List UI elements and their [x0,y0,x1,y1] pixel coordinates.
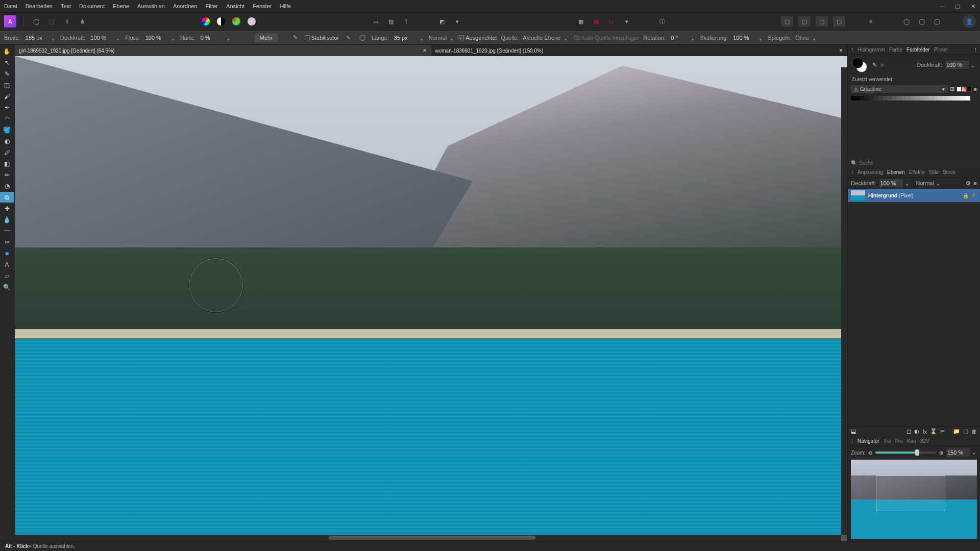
vertical-scrollbar[interactable] [841,67,847,535]
menu-file[interactable]: Datei [4,3,17,9]
info-icon[interactable]: ⓘ [657,16,668,27]
width-input[interactable] [24,34,48,42]
menu-document[interactable]: Dokument [79,3,105,9]
navigator-thumbnail[interactable] [851,460,977,539]
swatch-grid-icon[interactable]: ⊞ [950,86,954,92]
persona-export-icon[interactable]: ⋔ [77,16,87,27]
tab-effects[interactable]: Effekte [909,169,925,175]
scale-input[interactable] [732,34,755,42]
flow-input[interactable] [144,34,168,42]
grid-icon[interactable]: ▦ [576,16,586,27]
menu-window[interactable]: Fenster [253,3,272,9]
tab-32v[interactable]: 32V [920,438,929,444]
stab-mode-a-icon[interactable]: ∿ [343,33,353,43]
layer-visible-checkbox[interactable] [972,193,977,198]
menu-layer[interactable]: Ebene [113,3,129,9]
search-input[interactable] [859,160,977,166]
tab-brushes[interactable]: Pinsel [934,47,948,53]
menu-filter[interactable]: Filter [206,3,218,9]
color-soft-icon[interactable] [247,16,257,27]
tab-tra[interactable]: Tra [884,438,891,444]
layer-blend-drop-icon[interactable] [937,181,941,185]
magnet-icon[interactable]: ⊔ [606,16,617,27]
rotation-drop-icon[interactable] [692,36,696,40]
text-select-icon[interactable]: 𝕀 [401,16,411,27]
layer-add-icon[interactable]: ▢ [963,428,968,435]
brush-tool-icon[interactable]: 🖊 [0,147,14,158]
color-rgb-icon[interactable] [231,16,241,27]
navigator-viewport-rect[interactable] [876,475,945,511]
blur-tool-icon[interactable]: 💧 [0,214,14,225]
pencil-tool-icon[interactable]: ✏ [0,169,14,180]
shape-tool-icon[interactable]: ■ [0,248,14,259]
healing-tool-icon[interactable]: ✚ [0,203,14,214]
layer-merge-icon[interactable]: ⬓ [851,428,856,435]
opacity-drop-icon[interactable] [117,36,121,40]
mirror-value[interactable]: Ohne [795,35,809,41]
gradient-tool-icon[interactable]: ◐ [0,136,14,146]
persona-liquify-icon[interactable]: ⬚ [46,16,57,27]
perspective-tool-icon[interactable]: ▱ [0,270,14,281]
zoom-input[interactable] [946,448,970,457]
move-tool-icon[interactable]: ↖ [0,57,14,68]
dropdown-small-icon[interactable]: ▾ [452,16,462,27]
persona-photo-icon[interactable]: ◯ [31,16,41,27]
marquee-icon[interactable]: ▭ [371,16,381,27]
stab-mode-b-icon[interactable]: ◯ [357,33,368,43]
menu-edit[interactable]: Bearbeiten [26,3,53,9]
layer-lock-icon[interactable]: 🔒 [963,193,969,198]
layer-live-icon[interactable]: ⌛ [930,428,937,435]
tab-histogram[interactable]: Histogramm [857,47,885,53]
tab-close-icon[interactable]: × [839,47,843,54]
snap-toggle-icon[interactable]: ▤ [591,16,601,27]
small-circle-icon[interactable]: ○ [880,62,884,68]
swatch-opacity-input[interactable] [945,61,969,69]
layer-opacity-drop-icon[interactable] [906,181,910,185]
tab-layers[interactable]: Ebenen [887,169,904,175]
global-source-input[interactable] [573,34,639,42]
swatch-grid[interactable] [848,94,980,103]
layer-menu-icon[interactable]: ≡ [974,180,977,186]
aligned-checkbox[interactable]: Ausgerichtet [459,35,497,41]
flow-drop-icon[interactable] [172,36,176,40]
mesh-tool-icon[interactable]: 〰 [0,226,14,236]
stabiliser-checkbox[interactable]: Stabilisator [305,35,339,41]
color-bw-icon[interactable] [216,16,226,27]
layer-fx-icon[interactable]: fx [922,429,927,435]
color-wheel-icon[interactable] [201,16,211,27]
tab-styles[interactable]: Stile [928,169,938,175]
swatch-menu-icon[interactable]: ≡ [974,86,977,92]
circle-c-icon[interactable]: ◯ [932,16,942,27]
panel-burger-icon[interactable]: ⫶ [851,169,853,175]
more-button[interactable]: Mehr [255,33,278,42]
lasso-tool-icon[interactable]: ◠ [0,113,14,124]
align-icon[interactable]: ≡ [866,16,876,27]
scale-drop-icon[interactable] [760,36,764,40]
swatch-mini-icons[interactable] [957,87,972,92]
canvas-viewport[interactable] [15,56,847,541]
layer-mask-icon[interactable]: ◻ [906,428,911,435]
fg-bg-swatch-icon[interactable] [852,57,867,72]
panel-burger-icon[interactable]: ⫶ [851,438,853,444]
hardness-drop-icon[interactable] [227,36,231,40]
length-input[interactable] [393,34,416,42]
swatch-type-select[interactable]: ◬ Grautöne ▾ [851,85,948,93]
layer-adjust-icon[interactable]: ◐ [914,428,919,435]
layer-gear-icon[interactable]: ⚙ [966,180,971,187]
menu-help[interactable]: Hilfe [280,3,291,9]
width-drop-icon[interactable] [52,36,56,40]
dropdown-snap-icon[interactable]: ▾ [622,16,632,27]
horizontal-scrollbar[interactable] [15,535,841,541]
marquee-cross-icon[interactable]: ▨ [386,16,396,27]
box-d-icon[interactable]: ▢ [833,16,845,27]
source-drop-icon[interactable] [565,36,569,40]
tab-stock[interactable]: Stock [943,169,955,175]
color-picker-tool-icon[interactable]: ✎ [0,68,14,79]
tab-close-icon[interactable]: × [423,47,426,54]
quickmask-icon[interactable]: ◩ [437,16,447,27]
tab-swatches[interactable]: Farbfelder [906,47,930,53]
document-tab-1[interactable]: girl-1869532_1920.jpg [Geändert] (64.5%)… [15,45,431,56]
tab-navigator[interactable]: Navigator [857,438,879,444]
hand-tool-icon[interactable]: ✋ [0,46,14,57]
menu-text[interactable]: Text [61,3,71,9]
